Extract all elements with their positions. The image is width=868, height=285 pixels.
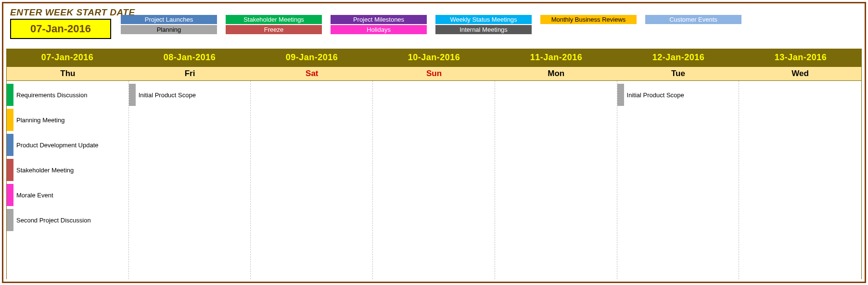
week-start-date-input[interactable]: 07-Jan-2016 <box>10 19 111 39</box>
calendar-event[interactable]: Morale Event <box>7 184 128 206</box>
calendar-event[interactable]: Stakeholder Meeting <box>7 159 128 181</box>
event-category-bar <box>7 84 13 106</box>
dates-bar: 07-Jan-201608-Jan-201609-Jan-201610-Jan-… <box>6 49 862 66</box>
calendar-event[interactable]: Requirements Discussion <box>7 84 128 106</box>
enter-week-label: ENTER WEEK START DATE <box>10 7 111 18</box>
legend-chip: Freeze <box>226 25 322 34</box>
event-category-bar <box>7 134 13 156</box>
legend-chip: Weekly Status Meetings <box>435 15 532 24</box>
day-column <box>739 81 861 279</box>
event-category-bar <box>129 84 136 106</box>
day-column <box>251 81 373 279</box>
date-header: 11-Jan-2016 <box>495 49 617 66</box>
top-row: ENTER WEEK START DATE 07-Jan-2016 Projec… <box>6 7 862 39</box>
event-label: Planning Meeting <box>13 117 64 124</box>
event-category-bar <box>7 159 13 181</box>
day-column <box>373 81 495 279</box>
day-header: Sat <box>251 67 373 80</box>
legend-chip: Internal Meetings <box>435 25 532 34</box>
legend-chip: Project Milestones <box>331 15 427 24</box>
calendar-frame: ENTER WEEK START DATE 07-Jan-2016 Projec… <box>2 2 866 283</box>
event-label: Requirements Discussion <box>13 91 87 99</box>
event-label: Second Project Discussion <box>13 217 91 224</box>
legend: Project LaunchesStakeholder MeetingsProj… <box>121 7 855 34</box>
event-label: Initial Product Scope <box>624 91 684 99</box>
days-bar: ThuFriSatSunMonTueWed <box>6 66 862 81</box>
event-label: Product Development Update <box>13 142 99 149</box>
calendar-event[interactable]: Initial Product Scope <box>617 84 739 106</box>
day-header: Tue <box>617 67 740 80</box>
event-label: Initial Product Scope <box>136 91 196 99</box>
calendar-event[interactable]: Product Development Update <box>7 134 128 156</box>
day-header: Fri <box>129 67 251 80</box>
calendar-event[interactable]: Initial Product Scope <box>129 84 251 106</box>
day-header: Mon <box>495 67 617 80</box>
day-header: Sun <box>373 67 495 80</box>
date-input-block: ENTER WEEK START DATE 07-Jan-2016 <box>10 7 111 39</box>
legend-row-2: PlanningFreezeHolidaysInternal Meetings <box>121 25 855 34</box>
legend-row-1: Project LaunchesStakeholder MeetingsProj… <box>121 15 855 24</box>
legend-chip: Project Launches <box>121 15 217 24</box>
date-header: 12-Jan-2016 <box>617 49 740 66</box>
legend-chip: Planning <box>121 25 217 34</box>
day-column <box>495 81 617 279</box>
legend-chip: Customer Events <box>645 15 741 24</box>
date-header: 13-Jan-2016 <box>740 49 862 66</box>
calendar-event[interactable]: Planning Meeting <box>7 109 128 131</box>
legend-chip: Stakeholder Meetings <box>226 15 322 24</box>
event-label: Stakeholder Meeting <box>13 167 74 174</box>
event-category-bar <box>7 209 13 231</box>
day-header: Wed <box>739 67 861 80</box>
legend-chip: Holidays <box>331 25 427 34</box>
date-header: 09-Jan-2016 <box>251 49 373 66</box>
day-column: Requirements DiscussionPlanning MeetingP… <box>7 81 129 279</box>
calendar-event[interactable]: Second Project Discussion <box>7 209 128 231</box>
event-category-bar <box>617 84 624 106</box>
event-label: Morale Event <box>13 192 53 199</box>
day-column: Initial Product Scope <box>617 81 740 279</box>
calendar-grid: Requirements DiscussionPlanning MeetingP… <box>6 81 862 279</box>
legend-chip: Monthly Business Reviews <box>540 15 637 24</box>
event-category-bar <box>7 184 13 206</box>
date-header: 08-Jan-2016 <box>128 49 251 66</box>
date-header: 07-Jan-2016 <box>6 49 128 66</box>
day-column: Initial Product Scope <box>129 81 251 279</box>
day-header: Thu <box>7 67 129 80</box>
date-header: 10-Jan-2016 <box>373 49 495 66</box>
event-category-bar <box>7 109 13 131</box>
